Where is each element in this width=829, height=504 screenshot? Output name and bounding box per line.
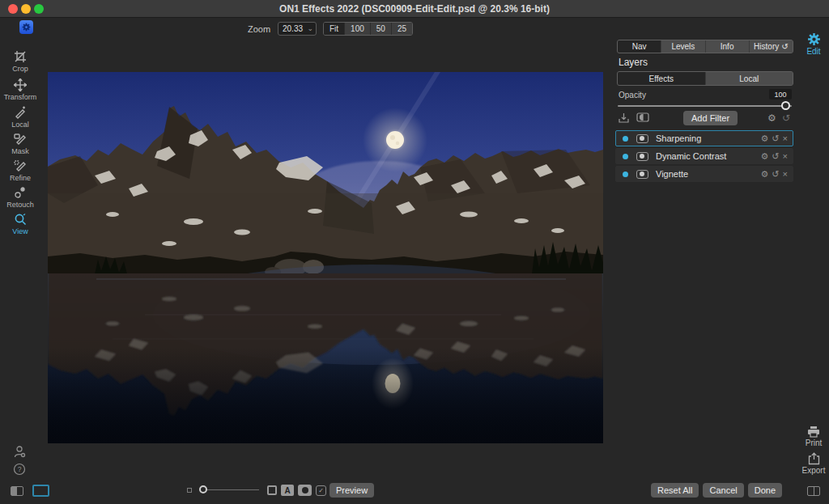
mask-brush-icon — [0, 133, 40, 146]
opacity-label: Opacity — [619, 91, 646, 100]
filter-enabled-dot[interactable] — [623, 136, 628, 142]
filter-delete-icon[interactable]: × — [783, 152, 788, 161]
filter-row-dynamic-contrast[interactable]: Dynamic Contrast ⚙ ↺ × — [615, 148, 793, 164]
chevron-down-icon: ⌄ — [307, 25, 313, 32]
panel-tab-bar: Nav Levels Info History ↺ — [617, 40, 793, 53]
filter-settings-icon[interactable]: ⚙ — [760, 170, 768, 179]
zoom-100-button[interactable]: 100 — [345, 23, 371, 35]
zoom-fit-button[interactable]: Fit — [324, 23, 345, 35]
layers-title: Layers — [619, 57, 648, 68]
zoom-50-button[interactable]: 50 — [371, 23, 392, 35]
export-button[interactable]: Export — [798, 452, 829, 475]
zoom-value: 20.33 — [283, 24, 303, 33]
svg-text:?: ? — [18, 465, 22, 473]
filter-reset-icon[interactable]: ↺ — [772, 170, 779, 179]
zoom-label: Zoom — [248, 24, 270, 34]
soft-proof-toggle[interactable]: ✓ — [316, 485, 326, 496]
view-magnifier-icon — [0, 213, 40, 227]
refine-brush-icon — [0, 159, 40, 173]
filter-reset-icon[interactable]: ↺ — [772, 134, 779, 143]
filter-delete-icon[interactable]: × — [783, 134, 788, 143]
filter-reset-icon[interactable]: ↺ — [772, 152, 779, 161]
tool-refine[interactable]: Refine — [0, 159, 40, 182]
tool-view[interactable]: View — [0, 213, 40, 235]
window-title: ON1 Effects 2022 (DSC00909-Edit-Edit.psd… — [0, 3, 829, 15]
titlebar: ON1 Effects 2022 (DSC00909-Edit-Edit.psd… — [0, 0, 829, 18]
mask-overlay-toggle[interactable] — [298, 485, 312, 496]
tab-history[interactable]: History ↺ — [750, 40, 793, 53]
tool-transform[interactable]: Transform — [0, 78, 40, 101]
reset-all-button[interactable]: Reset All — [651, 483, 699, 498]
compare-view-icon[interactable] — [267, 485, 277, 495]
opacity-slider-knob[interactable] — [781, 101, 790, 110]
help-icon[interactable]: ? — [13, 463, 26, 476]
photo-canvas[interactable] — [48, 72, 603, 443]
reflection — [48, 265, 603, 443]
zoom-value-dropdown[interactable]: 20.33 ⌄ — [278, 22, 317, 36]
local-adjust-icon — [0, 106, 40, 120]
zoom-25-button[interactable]: 25 — [392, 23, 412, 35]
zoom-preset-group: Fit 100 50 25 — [323, 22, 413, 36]
preview-button[interactable]: Preview — [329, 483, 374, 498]
layer-tab-bar: Effects Local — [617, 71, 793, 86]
opacity-value[interactable]: 100 — [769, 89, 792, 100]
opacity-slider-track[interactable] — [618, 105, 792, 107]
preview-size-min-icon — [187, 488, 192, 493]
tab-nav[interactable]: Nav — [618, 40, 661, 53]
tool-retouch[interactable]: Retouch — [0, 186, 40, 209]
filter-enabled-dot[interactable] — [623, 154, 628, 159]
transform-icon — [0, 78, 40, 92]
crop-icon — [0, 50, 40, 64]
tab-levels[interactable]: Levels — [661, 40, 705, 53]
moon — [386, 131, 404, 149]
preview-zoom-slider-track[interactable] — [207, 489, 259, 490]
panel-toggle-icon[interactable] — [807, 486, 820, 496]
tool-crop[interactable]: Crop — [0, 50, 40, 73]
save-preset-icon[interactable] — [619, 112, 629, 123]
done-button[interactable]: Done — [748, 483, 782, 498]
edit-mode-button[interactable]: Edit — [798, 32, 829, 56]
edit-gear-icon — [807, 32, 821, 46]
export-icon — [808, 452, 820, 465]
print-icon — [807, 426, 820, 438]
cancel-button[interactable]: Cancel — [703, 483, 743, 498]
filter-mask-icon[interactable] — [636, 134, 648, 143]
single-view-icon[interactable] — [32, 485, 49, 497]
tab-effects[interactable]: Effects — [618, 72, 706, 85]
filter-row-vignette[interactable]: Vignette ⚙ ↺ × — [615, 166, 793, 182]
tool-mask[interactable]: Mask — [0, 133, 40, 155]
filters-reset-icon[interactable]: ↺ — [782, 113, 790, 123]
on1-effects-window: ON1 Effects 2022 (DSC00909-Edit-Edit.psd… — [0, 0, 829, 504]
filter-settings-icon[interactable]: ⚙ — [760, 152, 768, 161]
filter-row-sharpening[interactable]: Sharpening ⚙ ↺ × — [615, 130, 793, 146]
tab-local[interactable]: Local — [706, 72, 793, 85]
account-icon[interactable] — [13, 445, 26, 459]
filter-delete-icon[interactable]: × — [783, 170, 788, 179]
filter-settings-icon[interactable]: ⚙ — [760, 134, 768, 143]
tool-local[interactable]: Local — [0, 106, 40, 129]
show-original-toggle[interactable]: A — [281, 485, 294, 496]
split-view-icon[interactable] — [11, 486, 23, 496]
on1-app-logo-icon — [19, 20, 33, 34]
filter-enabled-dot[interactable] — [623, 172, 628, 177]
retouch-icon — [0, 186, 40, 200]
add-filter-button[interactable]: Add Filter — [683, 111, 738, 125]
mask-view-icon[interactable] — [636, 112, 649, 122]
history-undo-icon: ↺ — [781, 42, 788, 51]
tab-info[interactable]: Info — [706, 40, 750, 53]
filter-mask-icon[interactable] — [636, 170, 648, 179]
print-button[interactable]: Print — [798, 426, 829, 447]
preview-zoom-slider-knob[interactable] — [199, 485, 207, 493]
filter-options-gear-icon[interactable]: ⚙ — [767, 113, 776, 123]
filter-mask-icon[interactable] — [636, 152, 648, 161]
